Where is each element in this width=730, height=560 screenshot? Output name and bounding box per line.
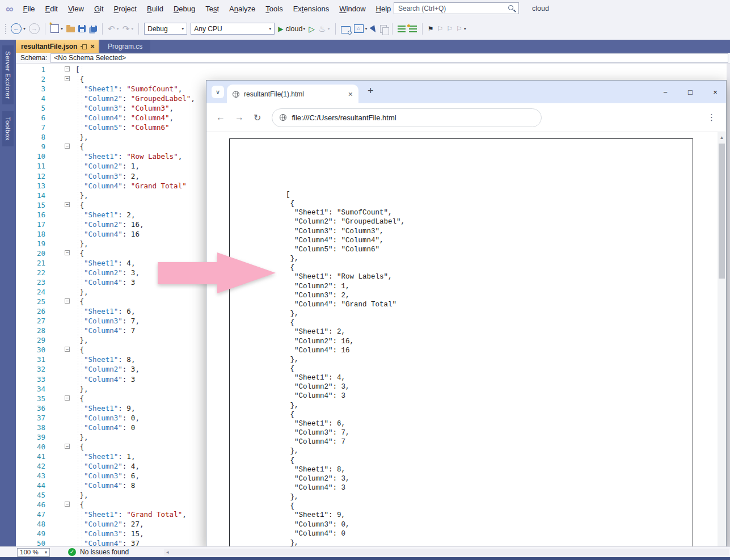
solution-explorer-icon[interactable]: ⌂: [354, 24, 364, 33]
fold-column[interactable]: −: [50, 394, 75, 403]
chevron-down-icon[interactable]: ▾: [365, 26, 368, 31]
toolbox-tab[interactable]: Toolbox: [2, 111, 14, 146]
menu-tools[interactable]: Tools: [260, 0, 288, 18]
fold-column[interactable]: −: [50, 249, 75, 258]
scroll-up-icon[interactable]: ▲: [718, 132, 726, 140]
fold-column[interactable]: −: [50, 500, 75, 510]
browser-scrollbar[interactable]: ▲: [718, 132, 726, 547]
open-file-icon[interactable]: [66, 27, 75, 32]
tab-close-icon[interactable]: ×: [348, 90, 353, 99]
minimize-button[interactable]: −: [661, 88, 669, 96]
browser-menu-kebab-icon[interactable]: ⋮: [707, 112, 716, 123]
fold-column: [50, 326, 75, 335]
select-element-icon[interactable]: [369, 25, 378, 33]
browser-tab[interactable]: resultantFile(1).html ×: [227, 85, 358, 103]
line-number: 28: [16, 326, 50, 335]
redo-icon[interactable]: ↷: [123, 24, 130, 34]
fold-column: [50, 374, 75, 384]
line-number: 37: [16, 413, 50, 423]
back-icon[interactable]: ←: [216, 112, 225, 123]
navigate-forward-icon[interactable]: →: [29, 23, 40, 34]
pin-icon[interactable]: [81, 44, 87, 49]
copy-icon[interactable]: [380, 25, 387, 33]
platform-dropdown[interactable]: Any CPU▾: [191, 23, 275, 35]
configuration-dropdown[interactable]: Debug▾: [144, 23, 187, 35]
globe-icon: [280, 114, 286, 121]
editor-line[interactable]: 1−[: [16, 65, 727, 74]
previous-bookmark-icon[interactable]: ⚐: [437, 24, 443, 33]
fold-column[interactable]: −: [50, 442, 75, 452]
menu-test[interactable]: Test: [200, 0, 224, 18]
new-item-icon[interactable]: [50, 24, 59, 33]
zoom-dropdown[interactable]: 100 %▾: [17, 548, 50, 557]
start-without-debugging-icon[interactable]: ▷: [309, 24, 315, 33]
clear-bookmarks-icon[interactable]: ⚐: [456, 24, 462, 33]
toolbar-grip[interactable]: [5, 23, 7, 35]
menu-analyze[interactable]: Analyze: [224, 0, 260, 18]
maximize-button[interactable]: □: [686, 88, 694, 96]
visual-studio-logo[interactable]: ∞: [6, 0, 14, 18]
horizontal-scrollbar[interactable]: ◂: [164, 549, 729, 555]
close-icon[interactable]: ×: [90, 42, 95, 50]
server-explorer-tab[interactable]: Server Explorer: [2, 45, 14, 104]
scroll-left-icon[interactable]: ◂: [166, 549, 169, 555]
undo-icon[interactable]: ↶: [108, 24, 115, 34]
fold-column[interactable]: −: [50, 200, 75, 210]
save-icon[interactable]: [78, 25, 86, 32]
line-number: 4: [16, 94, 50, 103]
format-document-icon[interactable]: [398, 26, 406, 32]
line-number: 43: [16, 471, 50, 481]
toggle-bookmark-icon[interactable]: ⚑: [428, 24, 434, 33]
menu-git[interactable]: Git: [89, 0, 109, 18]
menu-help[interactable]: Help: [371, 0, 396, 18]
chevron-down-icon[interactable]: ▾: [464, 26, 466, 31]
chevron-down-icon[interactable]: ▾: [61, 26, 63, 31]
start-debugging-button[interactable]: ▶ cloud ▾: [278, 25, 305, 33]
next-bookmark-icon[interactable]: ⚐: [446, 24, 453, 33]
chevron-down-icon[interactable]: ▾: [23, 26, 26, 31]
menu-build[interactable]: Build: [142, 0, 168, 18]
menu-file[interactable]: File: [18, 0, 40, 18]
format-selection-icon[interactable]: [409, 26, 417, 32]
line-number: 35: [16, 394, 50, 403]
fold-column[interactable]: −: [50, 297, 75, 306]
find-in-files-icon[interactable]: [341, 26, 351, 33]
account-label[interactable]: cloud: [532, 5, 549, 12]
reload-icon[interactable]: ↻: [254, 112, 261, 123]
menu-project[interactable]: Project: [109, 0, 142, 18]
fold-column[interactable]: −: [50, 74, 75, 84]
fold-column: [50, 84, 75, 94]
chevron-down-icon[interactable]: ▾: [328, 26, 330, 31]
chevron-down-icon[interactable]: ▾: [117, 26, 119, 31]
main-menu: FileEditViewGitProjectBuildDebugTestAnal…: [18, 0, 396, 18]
navigate-back-icon[interactable]: ←: [11, 23, 22, 34]
fold-column: [50, 151, 75, 161]
fold-column[interactable]: −: [50, 345, 75, 355]
forward-icon[interactable]: →: [235, 112, 244, 123]
hot-reload-icon[interactable]: ♨: [318, 24, 326, 34]
menu-window[interactable]: Window: [334, 0, 370, 18]
close-button[interactable]: ×: [711, 88, 719, 96]
new-tab-button[interactable]: +: [368, 85, 374, 97]
tab-resultantfile-json[interactable]: resultantFile.json ×: [16, 40, 99, 53]
health-check-icon[interactable]: ✓: [68, 548, 76, 556]
fold-column: [50, 452, 75, 461]
fold-column: [50, 403, 75, 413]
save-all-icon[interactable]: [91, 26, 97, 32]
tab-search-button[interactable]: ∨: [212, 86, 224, 98]
chevron-down-icon[interactable]: ▾: [131, 26, 133, 31]
menu-view[interactable]: View: [63, 0, 89, 18]
search-box[interactable]: Search (Ctrl+Q): [394, 2, 519, 14]
menu-edit[interactable]: Edit: [40, 0, 63, 18]
menu-extensions[interactable]: Extensions: [288, 0, 335, 18]
editor-scrollbar[interactable]: [727, 64, 730, 546]
scrollbar-thumb[interactable]: [719, 144, 725, 279]
tab-program-cs[interactable]: Program.cs: [100, 40, 150, 53]
fold-column[interactable]: −: [50, 65, 75, 74]
line-number: 10: [16, 151, 50, 161]
menu-debug[interactable]: Debug: [168, 0, 200, 18]
fold-column[interactable]: −: [50, 142, 75, 151]
pink-arrow-annotation: [158, 252, 276, 294]
address-bar[interactable]: file:///C:/Users/resultantFile.html: [272, 108, 542, 127]
schema-dropdown[interactable]: <No Schema Selected>: [50, 53, 728, 63]
